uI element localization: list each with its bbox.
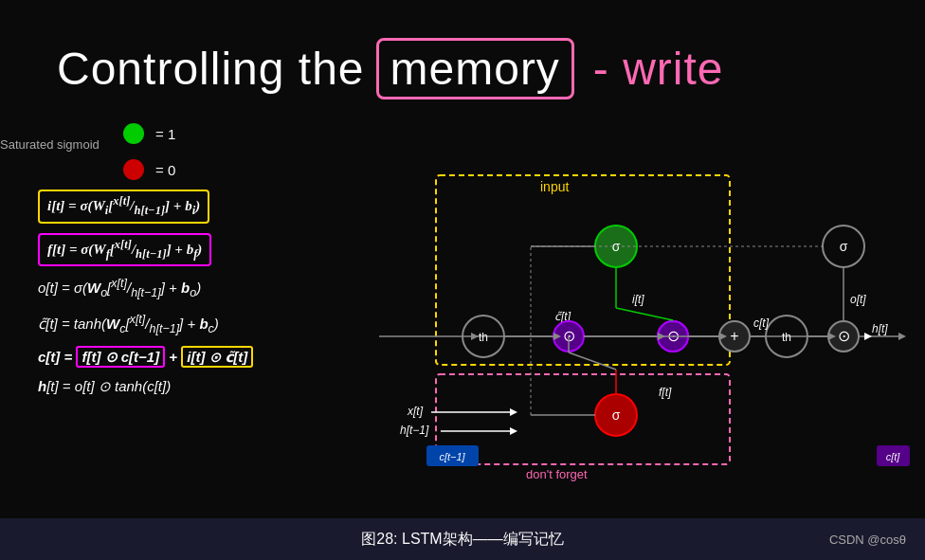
green-dot bbox=[123, 123, 144, 144]
main-content: Controlling the memory - write Saturated… bbox=[0, 0, 925, 518]
svg-text:c[t]: c[t] bbox=[753, 316, 770, 330]
write-text: - write bbox=[593, 43, 724, 95]
svg-text:σ: σ bbox=[840, 239, 848, 254]
diagram-svg: input don't forget th σ i[t] c̃[t] ⊙ + bbox=[379, 171, 910, 493]
svg-text:o[t]: o[t] bbox=[850, 293, 866, 306]
equation-c-tilde: c̃[t] = tanh(Wc[x[t]/h[t−1]] + bc) bbox=[38, 312, 253, 338]
lstm-diagram: input don't forget th σ i[t] c̃[t] ⊙ + bbox=[379, 171, 910, 493]
svg-text:c[t]: c[t] bbox=[886, 451, 901, 462]
sigmoid-label: Saturated sigmoid bbox=[0, 137, 100, 152]
svg-text:i[t]: i[t] bbox=[632, 293, 644, 306]
svg-text:+: + bbox=[730, 328, 738, 344]
equation-i: i[t] = σ(Wi[x[t]/h[t−1]] + bi) bbox=[38, 190, 253, 224]
equation-h: h[t] = o[t] ⊙ tanh(c[t]) bbox=[38, 376, 253, 396]
svg-text:h[t]: h[t] bbox=[872, 322, 888, 335]
svg-text:th: th bbox=[782, 331, 791, 344]
memory-word: memory bbox=[376, 38, 574, 99]
svg-text:input: input bbox=[540, 179, 569, 194]
eq-f-boxed: f[t] = σ(Wf[x[t]/h[t−1]] + bf) bbox=[38, 233, 211, 267]
title-text: Controlling the memory - write bbox=[57, 38, 724, 99]
equations-section: i[t] = σ(Wi[x[t]/h[t−1]] + bi) f[t] = σ(… bbox=[38, 190, 253, 396]
red-dot-label: = 0 bbox=[155, 162, 175, 178]
footer-caption: 图28: LSTM架构——编写记忆 bbox=[361, 530, 563, 550]
footer-brand: CSDN @cosθ bbox=[829, 533, 906, 547]
svg-text:⊙: ⊙ bbox=[838, 328, 850, 344]
svg-text:σ: σ bbox=[612, 407, 621, 423]
svg-text:x[t]: x[t] bbox=[407, 405, 424, 418]
eq-i-boxed: i[t] = σ(Wi[x[t]/h[t−1]] + bi) bbox=[38, 190, 209, 224]
green-dot-label: = 1 bbox=[155, 126, 175, 142]
red-dot-row: = 0 bbox=[123, 159, 175, 180]
red-dot bbox=[123, 159, 144, 180]
equation-f: f[t] = σ(Wf[x[t]/h[t−1]] + bf) bbox=[38, 233, 253, 267]
svg-text:don't forget: don't forget bbox=[526, 467, 588, 481]
sigmoid-section: Saturated sigmoid = 1 = 0 bbox=[123, 123, 175, 180]
svg-text:h[t−1]: h[t−1] bbox=[400, 424, 429, 437]
equation-o: o[t] = σ(Wo[x[t]/h[t−1]] + bo) bbox=[38, 276, 253, 302]
svg-text:c[t−1]: c[t−1] bbox=[439, 451, 465, 462]
equation-c: c[t] = f[t] ⊙ c[t−1] + i[t] ⊙ c̃[t] bbox=[38, 347, 253, 367]
green-dot-row: = 1 bbox=[123, 123, 175, 144]
footer: 图28: LSTM架构——编写记忆 CSDN @cosθ bbox=[0, 518, 925, 560]
svg-text:th: th bbox=[479, 331, 488, 344]
svg-text:f[t]: f[t] bbox=[659, 386, 672, 399]
title-prefix: Controlling the bbox=[57, 43, 365, 95]
title-area: Controlling the memory - write bbox=[57, 38, 724, 99]
